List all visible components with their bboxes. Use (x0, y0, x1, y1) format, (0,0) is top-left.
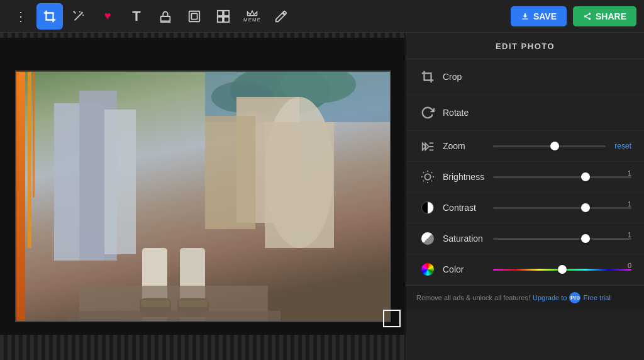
saturation-slider[interactable] (493, 238, 631, 240)
more-menu-button[interactable]: ⋮ (8, 3, 34, 30)
upgrade-link[interactable]: Upgrade to (533, 294, 567, 301)
color-value: 0 (628, 262, 631, 269)
svg-marker-44 (425, 143, 429, 150)
paint-button[interactable] (268, 3, 294, 30)
meme-label: MEME (243, 17, 261, 23)
save-label: SAVE (533, 11, 557, 21)
contrast-label: Contrast (443, 203, 487, 213)
share-button[interactable]: SHARE (573, 6, 636, 26)
crop-tool-button[interactable] (36, 3, 63, 30)
heart-button[interactable]: ♥ (94, 3, 121, 30)
brightness-slider[interactable] (493, 176, 631, 178)
svg-point-48 (425, 174, 430, 179)
brightness-label: Brightness (443, 172, 487, 182)
svg-rect-7 (189, 11, 200, 21)
svg-rect-32 (16, 72, 25, 322)
brightness-row: Brightness 1 (406, 162, 644, 193)
main-area: EDIT PHOTO Crop Rotate (0, 33, 644, 360)
svg-rect-12 (224, 16, 229, 21)
rotate-label: Rotate (443, 108, 631, 118)
crop-row-icon (419, 68, 436, 86)
saturation-row: Saturation 1 (406, 223, 644, 254)
panel-title: EDIT PHOTO (406, 33, 644, 59)
contrast-slider-container: 1 (493, 201, 631, 214)
share-icon (583, 12, 592, 21)
brightness-slider-container: 1 (493, 171, 631, 183)
saturation-label: Saturation (443, 233, 487, 244)
color-slider[interactable] (493, 269, 631, 271)
saturation-slider-container: 1 (493, 232, 631, 245)
svg-line-56 (431, 172, 432, 173)
dots-icon: ⋮ (14, 9, 27, 24)
zoom-row: Zoom reset (406, 131, 644, 162)
magic-wand-button[interactable] (65, 3, 92, 30)
color-icon (419, 261, 436, 278)
svg-line-55 (423, 181, 424, 181)
svg-rect-10 (224, 10, 229, 15)
rotate-row-icon (419, 104, 436, 121)
photo-image (16, 72, 391, 322)
svg-point-16 (589, 18, 591, 20)
pro-badge: Pro (569, 292, 580, 303)
zoom-reset[interactable]: reset (614, 142, 631, 150)
meme-button[interactable]: MEME (239, 3, 265, 30)
toolbar: ⋮ ♥ T (0, 0, 644, 33)
overlay-icon (216, 9, 230, 23)
contrast-row: Contrast 1 (406, 193, 644, 223)
svg-line-51 (423, 172, 424, 173)
promo-text: Remove all ads & unlock all features! (416, 294, 530, 301)
text-button[interactable]: T (123, 3, 150, 30)
crop-icon (43, 9, 57, 23)
svg-line-0 (75, 12, 83, 20)
save-button[interactable]: SAVE (511, 6, 567, 26)
brightness-value: 1 (628, 169, 631, 177)
svg-rect-9 (218, 10, 223, 15)
contrast-value: 1 (628, 200, 631, 208)
resize-handle[interactable] (383, 310, 401, 327)
svg-line-18 (586, 14, 589, 15)
photo-canvas[interactable] (15, 70, 391, 322)
canvas-area[interactable] (0, 33, 406, 360)
svg-rect-11 (218, 16, 223, 21)
magic-wand-icon (72, 9, 86, 23)
zoom-slider-container (493, 140, 606, 152)
frame-icon (187, 9, 201, 23)
svg-rect-33 (28, 72, 31, 248)
svg-line-17 (586, 16, 589, 18)
crop-label: Crop (443, 72, 631, 82)
overlay-button[interactable] (210, 3, 236, 30)
svg-line-4 (82, 12, 82, 13)
svg-point-15 (584, 15, 587, 18)
color-label: Color (443, 264, 487, 274)
stamp-icon (158, 9, 172, 23)
heart-icon: ♥ (104, 9, 111, 23)
frame-button[interactable] (181, 3, 208, 30)
rotate-row[interactable]: Rotate (406, 95, 644, 131)
svg-rect-27 (104, 110, 136, 254)
save-icon (521, 12, 530, 21)
stamp-button[interactable] (152, 3, 179, 30)
zoom-slider[interactable] (493, 145, 606, 147)
brightness-icon (419, 168, 436, 186)
zoom-icon (419, 137, 436, 155)
color-slider-container: 0 (493, 263, 631, 276)
svg-point-14 (589, 13, 591, 15)
crop-row[interactable]: Crop (406, 59, 644, 95)
zoom-label: Zoom (443, 141, 487, 151)
saturation-icon (419, 230, 436, 247)
paint-icon (274, 9, 288, 23)
svg-rect-31 (265, 122, 334, 248)
svg-rect-34 (33, 72, 35, 198)
contrast-icon (419, 199, 436, 217)
text-icon: T (132, 8, 140, 25)
promo-bar: Remove all ads & unlock all features! Up… (406, 285, 644, 310)
share-label: SHARE (596, 11, 626, 21)
svg-rect-42 (67, 311, 280, 322)
free-trial-link[interactable]: Free trial (583, 294, 610, 301)
svg-rect-5 (161, 16, 170, 21)
svg-line-1 (74, 11, 76, 13)
meme-crown-icon (247, 9, 258, 17)
contrast-slider[interactable] (493, 207, 631, 209)
svg-rect-8 (191, 13, 197, 19)
edit-panel: EDIT PHOTO Crop Rotate (406, 33, 644, 360)
